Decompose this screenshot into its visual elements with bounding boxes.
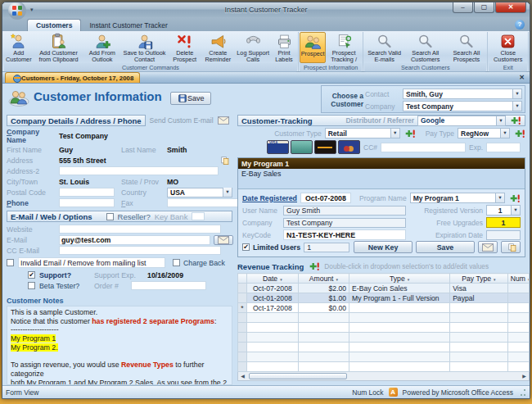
- empty-cell[interactable]: [349, 333, 450, 343]
- distributor-select[interactable]: Google▼: [417, 116, 506, 126]
- date-registered-link[interactable]: Date Registered: [242, 194, 297, 202]
- ribbon-button-add-customer[interactable]: Add Customer: [4, 32, 34, 63]
- empty-cell[interactable]: [298, 362, 349, 372]
- empty-cell[interactable]: [349, 362, 450, 372]
- limited-users-field[interactable]: 1: [304, 243, 349, 252]
- address-field[interactable]: 555 5th Street: [59, 157, 219, 165]
- empty-cell[interactable]: [507, 323, 529, 333]
- close-button[interactable]: ✕: [495, 2, 526, 13]
- row-selector[interactable]: *: [238, 303, 247, 313]
- ribbon-button-print-labels[interactable]: Print Labels: [271, 32, 297, 63]
- empty-cell[interactable]: [450, 333, 508, 343]
- empty-row[interactable]: [238, 343, 530, 352]
- table-row[interactable]: Oct-07-2008$2.00E-Bay Coin SalesVisa: [238, 284, 530, 293]
- ribbon-button-add-from-outlook[interactable]: Add From Outlook: [84, 32, 121, 63]
- invalid-email-checkbox[interactable]: [7, 259, 14, 266]
- cell-amount[interactable]: $2.00: [298, 284, 349, 293]
- order-field[interactable]: [131, 281, 206, 290]
- empty-cell[interactable]: [450, 352, 508, 362]
- empty-row[interactable]: [238, 323, 530, 333]
- reseller-checkbox[interactable]: [106, 213, 114, 220]
- row-selector[interactable]: [238, 352, 247, 362]
- pay-type-select[interactable]: RegNow▼: [458, 128, 510, 138]
- address2-field[interactable]: [59, 166, 219, 175]
- customer-notes-field[interactable]: This is a sample Customer.Notice that th…: [7, 306, 232, 385]
- state-field[interactable]: MO: [167, 178, 232, 186]
- cc-email-field[interactable]: [59, 246, 221, 255]
- website-field[interactable]: [59, 225, 221, 234]
- column-header-amount[interactable]: Amount▾: [298, 274, 349, 284]
- ribbon-button-close-customers[interactable]: Close Customers: [489, 32, 527, 63]
- empty-cell[interactable]: [298, 352, 349, 362]
- mail-icon[interactable]: [218, 116, 229, 125]
- empty-cell[interactable]: [247, 313, 299, 323]
- row-selector[interactable]: [238, 333, 247, 343]
- empty-cell[interactable]: [507, 362, 529, 372]
- help-icon[interactable]: ?: [515, 20, 525, 30]
- add-customer-type-icon[interactable]: [404, 129, 416, 138]
- cell-num[interactable]: [507, 293, 529, 303]
- cc-number-field[interactable]: [381, 143, 466, 152]
- row-selector[interactable]: [238, 343, 247, 352]
- cc-exp-field[interactable]: [486, 143, 521, 152]
- table-row[interactable]: Oct-01-2008$1.00My Program 1 - Full Vers…: [238, 293, 530, 303]
- scroll-right-icon[interactable]: ▶: [520, 373, 529, 380]
- contact-select[interactable]: Smith, Guy▼: [403, 89, 522, 99]
- company-name-field[interactable]: Test Company: [59, 132, 232, 140]
- charge-back-checkbox[interactable]: [173, 259, 180, 266]
- fax-field[interactable]: [167, 198, 239, 207]
- copy-key-button[interactable]: [501, 241, 521, 253]
- cell-date[interactable]: Oct-17-2008: [247, 303, 299, 313]
- row-selector[interactable]: [238, 284, 247, 293]
- customer-type-select[interactable]: Retail▼: [325, 128, 400, 138]
- cell-date[interactable]: Oct-01-2008: [247, 293, 299, 303]
- cell-type[interactable]: [349, 303, 450, 313]
- empty-cell[interactable]: [247, 333, 299, 343]
- row-selector[interactable]: [238, 362, 247, 372]
- support-checkbox[interactable]: [28, 271, 35, 279]
- empty-cell[interactable]: [298, 343, 349, 352]
- empty-row[interactable]: [238, 362, 530, 372]
- empty-cell[interactable]: [298, 333, 349, 343]
- cell-num[interactable]: [507, 303, 529, 313]
- ribbon-button-create-reminder[interactable]: Create Reminder: [201, 32, 235, 63]
- empty-cell[interactable]: [349, 313, 450, 323]
- empty-row[interactable]: [238, 352, 530, 362]
- new-key-button[interactable]: New Key: [354, 241, 413, 253]
- resize-grip[interactable]: [518, 388, 526, 397]
- tab-customers[interactable]: Customers: [27, 19, 81, 31]
- empty-cell[interactable]: [247, 323, 299, 333]
- revenue-table[interactable]: Date▾Amount▾Type▾Pay Type▾Num▾Oct-07-200…: [237, 273, 530, 372]
- minimize-button[interactable]: –: [453, 2, 473, 13]
- send-custom-email-link[interactable]: Send Custom E-mail: [150, 116, 214, 125]
- empty-cell[interactable]: [298, 323, 349, 333]
- table-row[interactable]: *Oct-17-2008$0.00: [238, 303, 530, 313]
- support-exp-field[interactable]: 10/16/2009: [147, 271, 232, 279]
- limited-users-checkbox[interactable]: [242, 243, 250, 251]
- row-selector[interactable]: [238, 293, 247, 303]
- city-field[interactable]: St. Louis: [59, 178, 121, 186]
- add-revenue-type-icon[interactable]: [308, 261, 320, 271]
- key-bank-field[interactable]: [192, 212, 205, 220]
- column-header-num[interactable]: Num▾: [507, 274, 529, 284]
- ribbon-button-search-all-prospects[interactable]: Search All Prospects: [446, 32, 486, 63]
- email-key-button[interactable]: [478, 241, 498, 253]
- row-selector[interactable]: [238, 323, 247, 333]
- cell-pay-type[interactable]: Visa: [450, 284, 508, 293]
- empty-cell[interactable]: [450, 362, 508, 372]
- empty-cell[interactable]: [298, 313, 349, 323]
- cell-type[interactable]: My Program 1 - Full Version: [349, 293, 450, 303]
- ribbon-button-save-to-outlook-contact[interactable]: Save to Outlook Contact: [120, 32, 169, 63]
- empty-cell[interactable]: [349, 343, 450, 352]
- ribbon-button-log-support-calls[interactable]: Log Support Calls: [235, 32, 271, 63]
- country-select[interactable]: USA▼: [167, 188, 232, 197]
- cell-amount[interactable]: $1.00: [298, 293, 349, 303]
- office-button-icon[interactable]: [7, 2, 27, 20]
- add-pay-type-icon[interactable]: [513, 129, 525, 138]
- maximize-button[interactable]: ▢: [474, 2, 494, 13]
- keycode-field[interactable]: N1-TEST-KEY-HERE: [283, 229, 406, 240]
- email-field[interactable]: guy@test.com: [59, 235, 210, 245]
- empty-cell[interactable]: [247, 362, 299, 372]
- company-select[interactable]: Test Company▼: [403, 101, 522, 111]
- program-save-button[interactable]: Save: [416, 241, 475, 253]
